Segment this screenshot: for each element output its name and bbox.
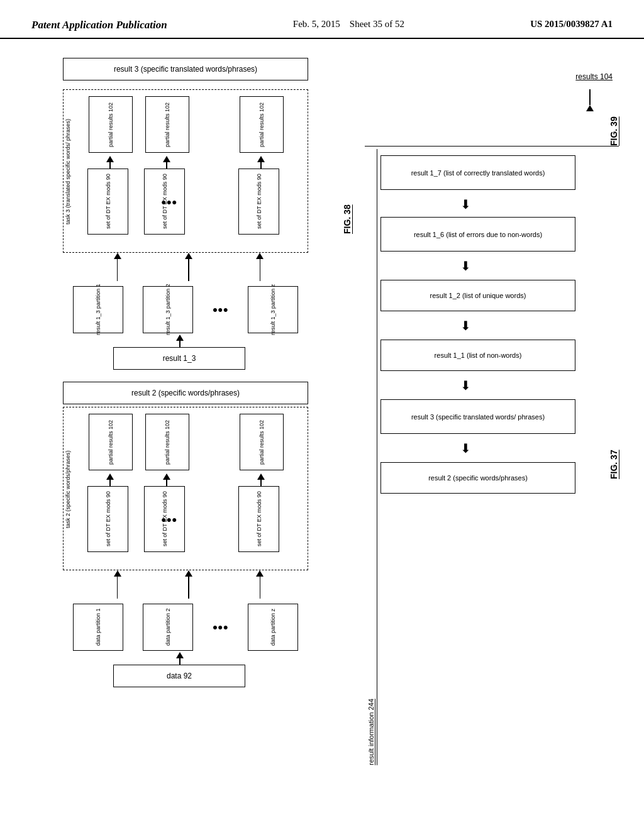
set-dt-t3-1: set of DT EX mods 90: [87, 169, 128, 235]
partial-results-102-t3-1: partial results 102: [89, 96, 133, 153]
arrow-up-t3-1: [106, 156, 114, 162]
arrow-up-t3-3: [257, 156, 265, 162]
result2-top-box: result 2 (specific words/phrases): [63, 382, 308, 404]
arrow-branch-2: [185, 253, 192, 259]
result3-top-box: result 3 (specific translated words/phra…: [63, 58, 308, 80]
arrow-up-t3-2: [163, 156, 170, 162]
set-dt-t2-1: set of DT EX mods 90: [87, 486, 128, 552]
results-104-label: results 104: [575, 72, 613, 81]
right-diagram: results 104 FIG. 39 result information 2…: [365, 58, 619, 800]
result1-3-pz: result 1_3 partition z: [248, 286, 298, 333]
data-p2: data partition 2: [143, 604, 193, 651]
fig38-label: FIG. 38: [342, 158, 352, 234]
arrow-branch-3: [256, 253, 264, 259]
fig39-label: FIG. 39: [609, 96, 619, 146]
header-right: US 2015/0039827 A1: [530, 19, 613, 30]
right-panel: results 104 FIG. 39 result information 2…: [365, 58, 619, 800]
partial-results-102-t2-1: partial results 102: [89, 414, 133, 470]
partial-results-102-t3-3: partial results 102: [240, 96, 284, 153]
task3-dashed: task 3 (translated specific words/ phras…: [63, 89, 308, 253]
dots-t2-lower: ●●●: [161, 514, 177, 524]
page-header: Patent Application Publication Feb. 5, 2…: [0, 0, 644, 39]
data-p1: data partition 1: [73, 604, 123, 651]
task2-dashed: task 2 (specific words/phrases) partial …: [63, 407, 308, 570]
result-info-label: result information 244: [367, 149, 375, 765]
result2-right-box: result 2 (specific words/phrases): [380, 462, 575, 494]
fig38-panel: result 3 (specific translated words/phra…: [25, 58, 352, 800]
fig38-diagram: result 3 (specific translated words/phra…: [25, 58, 352, 800]
fig37-label: FIG. 37: [609, 404, 619, 479]
data-pz: data partition z: [248, 604, 298, 651]
task3-label: task 3 (translated specific words/ phras…: [65, 96, 71, 247]
result1-3-p1: result 1_3 partition 1: [73, 286, 123, 333]
result1-6-box: result 1_6 (list of errors due to non-wo…: [380, 217, 575, 252]
plus-arrow-4: ⬇: [447, 374, 484, 396]
plus-arrow-1: ⬇: [447, 193, 484, 215]
partial-results-102-t2-2: partial results 102: [145, 414, 189, 470]
result1-3-box: result 1_3: [113, 347, 245, 370]
result1-7-box: result 1_7 (list of correctly translated…: [380, 155, 575, 190]
data92-box: data 92: [113, 665, 245, 687]
plus-arrow-5: ⬇: [447, 437, 484, 459]
dots-data-part: ●●●: [213, 622, 228, 632]
task2-label: task 2 (specific words/phrases): [65, 414, 71, 565]
set-dt-t3-3: set of DT EX mods 90: [238, 169, 279, 235]
main-content: result 3 (specific translated words/phra…: [0, 39, 644, 812]
header-center: Feb. 5, 2015 Sheet 35 of 52: [293, 19, 404, 30]
partial-results-102-t3-2: partial results 102: [145, 96, 189, 153]
dots-t3-lower: ●●●: [161, 197, 177, 207]
result3-right-box: result 3 (specific translated words/ phr…: [380, 399, 575, 434]
result1-2-box: result 1_2 (list of unique words): [380, 280, 575, 311]
arrow-to-result1-3: [176, 335, 184, 341]
plus-arrow-3: ⬇: [447, 314, 484, 336]
set-dt-t2-3: set of DT EX mods 90: [238, 486, 279, 552]
arrow-branch-1: [114, 253, 121, 259]
plus-arrow-2: ⬇: [447, 255, 484, 277]
dots-partitions: ●●●: [213, 304, 228, 314]
result1-1-box: result 1_1 (list of non-words): [380, 340, 575, 371]
partial-results-102-t2-3: partial results 102: [240, 414, 284, 470]
result1-3-p2: result 1_3 partition 2: [143, 286, 193, 333]
header-left: Patent Application Publication: [31, 19, 167, 31]
